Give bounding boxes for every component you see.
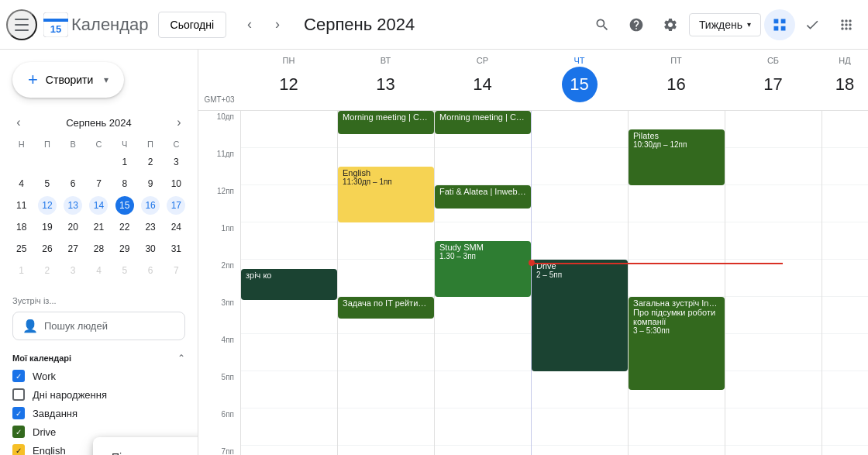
logo-icon: 15 — [43, 12, 68, 37]
event-tue-morning[interactable]: Morning meeting | Content — [338, 111, 434, 134]
event-tue-english[interactable]: English 11:30дп – 1пп — [338, 167, 434, 222]
menu-button[interactable] — [6, 9, 37, 40]
mini-day[interactable]: 3 — [167, 153, 185, 171]
mini-day[interactable]: 16 — [141, 196, 160, 215]
apps-button[interactable] — [831, 9, 862, 40]
mini-day[interactable]: 6 — [141, 261, 160, 280]
day-num-mon[interactable]: 12 — [271, 67, 307, 102]
day-num-sun[interactable]: 18 — [827, 67, 863, 102]
mini-day[interactable]: 26 — [38, 240, 57, 258]
calendar-label-birthday: Дні народження — [33, 389, 107, 401]
calendar-item-work[interactable]: ✓ Work — [12, 367, 185, 385]
mini-day[interactable]: 20 — [64, 218, 82, 236]
my-calendars-title: Мої календарі — [12, 353, 71, 363]
calendar-item-tasks[interactable]: ✓ Завдання — [12, 404, 185, 422]
event-fri-general[interactable]: Загальна зустріч Inweb / Про підсумки ро… — [629, 297, 725, 390]
check-icon — [804, 17, 820, 33]
day-num-sat[interactable]: 17 — [756, 67, 791, 102]
mini-day[interactable]: 7 — [167, 261, 185, 280]
event-wed-fati[interactable]: Fati & Alatea | Inweb | Onb — [435, 185, 531, 209]
my-calendars-header: Мої календарі ⌃ — [12, 353, 185, 364]
event-wed-study[interactable]: Study SMM 1.30 – 3пп — [435, 241, 531, 297]
mini-day[interactable]: 30 — [141, 240, 160, 258]
next-button[interactable]: › — [264, 11, 291, 39]
day-col-wed[interactable]: Morning meeting | Content Fati & Alatea … — [434, 111, 531, 455]
view-selector[interactable]: Тиждень ▾ — [689, 13, 761, 36]
mini-day[interactable]: 27 — [64, 240, 82, 258]
mini-day[interactable]: 4 — [12, 174, 31, 193]
mini-day[interactable]: 18 — [12, 218, 31, 236]
prev-button[interactable]: ‹ — [236, 11, 264, 39]
dropdown-item-subscribe[interactable]: Підписатися на календар — [93, 443, 198, 455]
today-button[interactable]: Сьогодні — [158, 12, 226, 38]
event-wed-morning[interactable]: Morning meeting | Content — [435, 111, 531, 134]
event-tue-task[interactable]: Задача по IT рейтингу, 2 — [338, 297, 434, 319]
calendar-item-birthday[interactable]: Дні народження — [12, 385, 185, 404]
calendar-label-drive: Drive — [33, 426, 56, 438]
search-people-input[interactable]: 👤 Пошук людей — [12, 312, 185, 340]
mini-day[interactable] — [89, 153, 108, 171]
meet-section: Зустріч із... 👤 Пошук людей — [0, 290, 198, 346]
mini-day[interactable]: 14 — [89, 196, 108, 215]
mini-day[interactable]: 5 — [38, 174, 57, 193]
mini-day[interactable] — [64, 153, 82, 171]
event-mon-meet[interactable]: зріч ко — [241, 269, 337, 300]
day-header-tue: ВТ 13 — [337, 50, 434, 110]
mini-day[interactable]: 25 — [12, 240, 31, 258]
mini-day[interactable]: 3 — [64, 261, 82, 280]
cal-day-headers: GMT+03 ПН 12 ВТ 13 СР 14 ЧТ 15 ПТ 16 — [198, 50, 868, 111]
mini-day[interactable]: 24 — [167, 218, 185, 236]
grid-view-button[interactable] — [764, 9, 795, 40]
mini-day[interactable]: 2 — [141, 153, 160, 171]
day-col-sat[interactable] — [725, 111, 822, 455]
day-name-thu: ЧТ — [531, 56, 628, 65]
time-column: 10дп 11дп 12пп 1пп 2пп 3пп 4пп 5пп 6пп 7… — [198, 111, 240, 455]
mini-day[interactable]: 19 — [38, 218, 57, 236]
settings-button[interactable] — [655, 9, 686, 40]
event-fri-pilates[interactable]: Pilates 10:30дп – 12пп — [629, 129, 725, 185]
mini-day[interactable]: 1 — [115, 153, 134, 171]
mini-day[interactable]: 28 — [89, 240, 108, 258]
mini-day[interactable] — [12, 153, 31, 171]
day-col-sun[interactable] — [822, 111, 868, 455]
mini-day[interactable]: 2 — [38, 261, 57, 280]
mini-day[interactable]: 4 — [89, 261, 108, 280]
day-col-fri[interactable]: Pilates 10:30дп – 12пп Загальна зустріч … — [628, 111, 725, 455]
day-col-mon[interactable]: зріч ко — [240, 111, 337, 455]
mini-day[interactable]: 13 — [64, 196, 82, 215]
day-col-tue[interactable]: Morning meeting | Content English 11:30д… — [337, 111, 434, 455]
mini-day[interactable]: 11 — [12, 196, 31, 215]
mini-day[interactable]: 17 — [167, 196, 185, 215]
day-col-thu[interactable]: Drive 2 – 5пп — [531, 111, 628, 455]
my-calendars-chevron-icon[interactable]: ⌃ — [177, 353, 185, 364]
mini-day[interactable]: 7 — [89, 174, 108, 193]
mini-cal-next[interactable]: › — [170, 113, 188, 132]
search-button[interactable] — [587, 9, 618, 40]
check-view-button[interactable] — [797, 9, 828, 40]
svg-rect-1 — [43, 19, 68, 22]
plus-icon: + — [28, 70, 38, 90]
day-num-wed[interactable]: 14 — [465, 67, 501, 102]
mini-day[interactable]: 29 — [115, 240, 134, 258]
mini-day-today[interactable]: 15 — [115, 196, 134, 215]
mini-cal-prev[interactable]: ‹ — [9, 113, 28, 132]
mini-day[interactable]: 9 — [141, 174, 160, 193]
mini-day[interactable]: 21 — [89, 218, 108, 236]
help-button[interactable] — [621, 9, 652, 40]
mini-day[interactable]: 10 — [167, 174, 185, 193]
mini-day[interactable]: 12 — [38, 196, 57, 215]
logo[interactable]: 15 Календар — [43, 12, 149, 37]
mini-day[interactable]: 8 — [115, 174, 134, 193]
create-button[interactable]: + Створити ▾ — [12, 62, 124, 98]
mini-day[interactable] — [38, 153, 57, 171]
mini-day[interactable]: 5 — [115, 261, 134, 280]
mini-day[interactable]: 23 — [141, 218, 160, 236]
day-num-fri[interactable]: 16 — [659, 67, 694, 102]
mini-day[interactable]: 6 — [64, 174, 82, 193]
mini-day[interactable]: 22 — [115, 218, 134, 236]
mini-day[interactable]: 1 — [12, 261, 31, 280]
day-num-tue[interactable]: 13 — [368, 67, 404, 102]
mini-day[interactable]: 31 — [167, 240, 185, 258]
day-num-thu[interactable]: 15 — [562, 67, 598, 102]
event-thu-drive[interactable]: Drive 2 – 5пп — [532, 260, 628, 371]
